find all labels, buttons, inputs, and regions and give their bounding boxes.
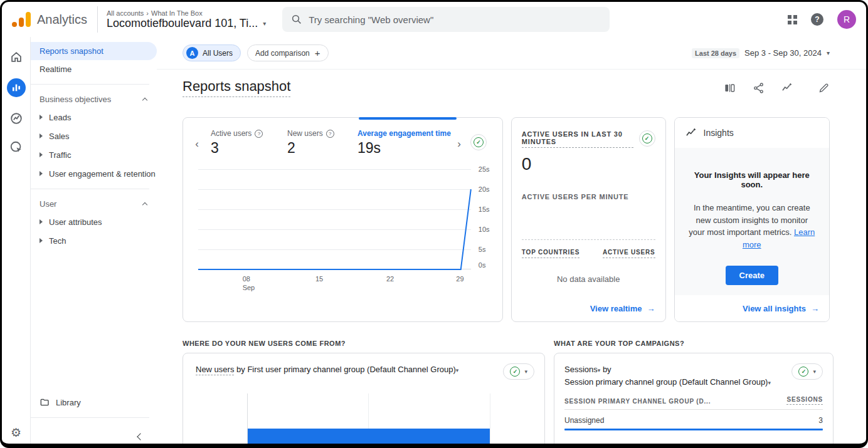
- data-quality-icon[interactable]: ✓: [639, 130, 655, 147]
- insights-card: Insights Your Insights will appear here …: [674, 117, 830, 322]
- arrow-right-icon: →: [647, 304, 655, 313]
- sidebar-section-user[interactable]: User: [31, 195, 157, 212]
- date-range-value: Sep 3 - Sep 30, 2024: [744, 48, 822, 58]
- chevron-up-icon: [142, 97, 147, 102]
- section-title: User: [40, 199, 56, 209]
- create-insight-button[interactable]: Create: [726, 266, 778, 285]
- insights-body-text: In the meantime, you can create new cust…: [689, 203, 810, 237]
- property-caret-icon: ▾: [263, 20, 266, 27]
- new-users-section: WHERE DO YOUR NEW USERS COME FROM? New u…: [183, 340, 545, 448]
- sidebar-item-reports-snapshot[interactable]: Reports snapshot: [31, 42, 157, 60]
- breadcrumb-account[interactable]: What In The Box: [151, 9, 203, 17]
- active-users-header[interactable]: ACTIVE USERS: [603, 249, 655, 258]
- new-users-card-title: New users by First user primary channel …: [183, 363, 544, 380]
- sidebar-item-library[interactable]: Library: [31, 393, 157, 412]
- sidebar-item-tech[interactable]: Tech: [31, 231, 157, 250]
- comparison-toolbar: A All Users Add comparison + Last 28 day…: [157, 37, 866, 70]
- triangle-right-icon: [40, 133, 43, 138]
- insights-spark-icon[interactable]: [781, 81, 793, 94]
- y-tick-label: 20s: [479, 185, 490, 193]
- sidebar-section-business-objectives[interactable]: Business objectives: [31, 90, 157, 108]
- y-tick-label: 25s: [479, 165, 490, 173]
- selected-metric-indicator: [359, 117, 457, 120]
- sessions-row-bar: [564, 429, 823, 430]
- top-countries-header[interactable]: TOP COUNTRIES: [522, 249, 580, 258]
- share-icon[interactable]: [752, 81, 765, 94]
- header-actions: ? R: [788, 10, 856, 29]
- comparison-columns-icon[interactable]: [723, 81, 736, 94]
- metrics-prev-icon[interactable]: ‹: [191, 138, 203, 150]
- realtime-table-header: TOP COUNTRIES ACTIVE USERS: [522, 249, 655, 258]
- settings-gear-icon[interactable]: ⚙: [11, 425, 21, 440]
- sessions-column-header[interactable]: SESSIONS: [786, 396, 823, 405]
- campaigns-card: Sessions▾ by Session primary channel gro…: [554, 353, 834, 448]
- help-circle-icon[interactable]: ?: [255, 130, 263, 138]
- help-circle-icon[interactable]: ?: [326, 130, 334, 138]
- metric-tab-avg-engagement-time[interactable]: Average engagement time p 19s: [357, 129, 453, 157]
- y-tick-label: 0s: [479, 261, 486, 269]
- help-icon[interactable]: ?: [811, 13, 823, 26]
- metrics-next-icon[interactable]: ›: [453, 138, 465, 150]
- sidebar-item-leads[interactable]: Leads: [31, 108, 157, 127]
- collapse-sidebar-button[interactable]: [31, 424, 157, 448]
- explore-icon[interactable]: [9, 111, 24, 126]
- caret-down-icon: ▾: [813, 368, 816, 375]
- breadcrumb-all-accounts[interactable]: All accounts: [107, 9, 144, 17]
- bar-zone: [248, 393, 490, 448]
- metric-tab-active-users[interactable]: Active users? 3: [211, 129, 280, 157]
- data-quality-dropdown[interactable]: ✓ ▾: [791, 363, 823, 380]
- view-all-insights-link[interactable]: View all insights →: [743, 304, 819, 313]
- home-icon[interactable]: [9, 49, 24, 65]
- arrow-right-icon: →: [811, 304, 819, 313]
- property-selector[interactable]: Locomotiefboulevard 101, Ti... ▾: [107, 17, 266, 30]
- library-label: Library: [56, 398, 81, 407]
- engagement-line-chart: 08Sep 15 22 29 25s 20s 15s 10s 5s: [198, 169, 499, 269]
- view-realtime-link[interactable]: View realtime →: [590, 304, 655, 313]
- sidebar-item-traffic[interactable]: Traffic: [31, 145, 157, 164]
- search-input[interactable]: [309, 14, 601, 25]
- no-data-message: No data available: [522, 274, 655, 284]
- metric-value: 19s: [357, 140, 453, 157]
- edit-pencil-icon[interactable]: [817, 81, 830, 94]
- metric-link[interactable]: New users: [196, 365, 234, 375]
- table-row[interactable]: Unassigned 3: [564, 410, 823, 429]
- reports-icon[interactable]: [7, 78, 26, 97]
- card-title-text: New users by First user primary channel …: [196, 363, 458, 376]
- sidebar-item-label: Realtime: [40, 65, 71, 74]
- property-name[interactable]: Locomotiefboulevard 101, Ti...: [107, 17, 258, 30]
- data-quality-icon[interactable]: ✓: [470, 134, 487, 150]
- all-users-chip[interactable]: A All Users: [183, 44, 241, 61]
- metric-link[interactable]: Sessions▾: [564, 365, 600, 374]
- avatar[interactable]: R: [837, 10, 856, 29]
- metric-label: Active users: [211, 129, 251, 138]
- dimension-link[interactable]: Session primary channel group (Default C…: [564, 377, 771, 387]
- data-quality-dropdown[interactable]: ✓ ▾: [503, 363, 534, 380]
- insights-title: Insights: [704, 128, 734, 138]
- tree-item-label: User attributes: [49, 217, 102, 227]
- add-comparison-button[interactable]: Add comparison +: [247, 44, 328, 61]
- sidebar-item-sales[interactable]: Sales: [31, 127, 157, 145]
- advertising-icon[interactable]: [9, 140, 24, 155]
- line-series-svg: [198, 169, 471, 269]
- search-bar[interactable]: [282, 7, 610, 32]
- sidebar-divider: [31, 189, 149, 189]
- insights-headline: Your Insights will appear here soon.: [687, 170, 817, 189]
- title-mid: by: [600, 365, 611, 374]
- date-range-picker[interactable]: Last 28 days Sep 3 - Sep 30, 2024 ▾: [692, 48, 830, 58]
- logo-bar-short: [19, 18, 24, 27]
- campaigns-section: WHAT ARE YOUR TOP CAMPAIGNS? Sessions▾ b…: [554, 340, 834, 448]
- search-icon: [291, 14, 302, 25]
- sidebar-item-user-engagement[interactable]: User engagement & retention: [31, 164, 157, 183]
- sidebar-item-realtime[interactable]: Realtime: [31, 60, 157, 78]
- new-users-card: New users by First user primary channel …: [183, 353, 545, 448]
- caret-down-icon[interactable]: ▾: [456, 367, 459, 373]
- metric-tab-new-users[interactable]: New users? 2: [287, 129, 350, 157]
- channel-column-header[interactable]: SESSION PRIMARY CHANNEL GROUP (D...: [564, 398, 711, 405]
- folder-icon: [40, 397, 50, 407]
- unassigned-bar[interactable]: [248, 429, 490, 448]
- check-icon: ✓: [798, 367, 808, 377]
- sidebar-item-user-attributes[interactable]: User attributes: [31, 212, 157, 231]
- apps-grid-icon[interactable]: [788, 15, 797, 24]
- nav-rail: ⚙: [2, 37, 31, 448]
- realtime-value: 0: [522, 154, 655, 174]
